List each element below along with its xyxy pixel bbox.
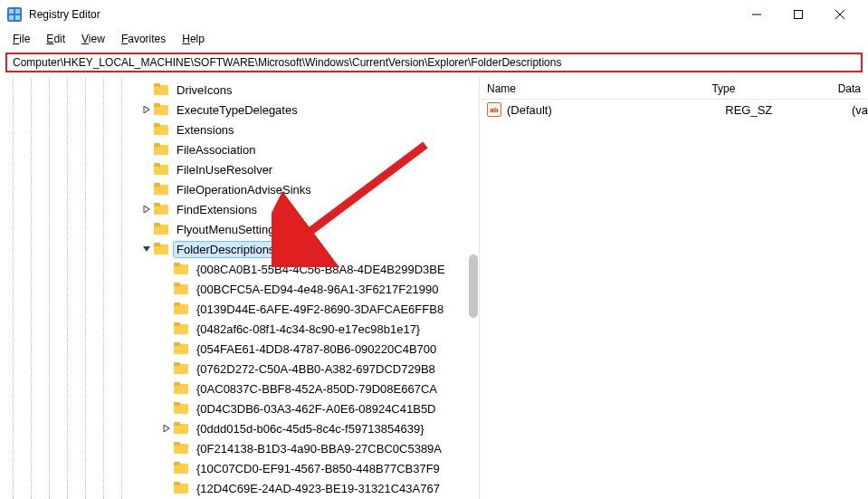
tree-item-label: {0139D44E-6AFE-49F2-8690-3DAFCAE6FFB8 [194,302,446,317]
expander-icon [159,361,174,376]
tree-item-label: {0482af6c-08f1-4c34-8c90-e17ec98b1e17} [194,321,423,337]
tree-item-child[interactable]: {10C07CD0-EF91-4567-B850-448B77CB37F9 [0,458,479,478]
folder-icon [174,342,188,355]
folder-icon [174,442,188,455]
expander-icon [139,122,154,137]
value-name: (Default) [507,103,718,117]
tree-item[interactable]: DriveIcons [0,80,479,100]
expander-icon [139,82,154,97]
tree-item[interactable]: FileOperationAdviseSinks [0,179,479,199]
folder-icon [154,203,168,216]
folder-icon [154,223,168,235]
tree-item[interactable]: ExecuteTypeDelegates [0,100,479,120]
tree-pane[interactable]: DriveIconsExecuteTypeDelegatesExtensions… [0,78,480,499]
expander-icon[interactable] [139,242,154,256]
value-type: REG_SZ [718,103,844,117]
address-input[interactable]: Computer\HKEY_LOCAL_MACHINE\SOFTWARE\Mic… [5,53,863,72]
folder-icon [174,482,188,494]
folder-icon [174,322,188,335]
menu-edit[interactable]: Edit [39,31,72,47]
tree-item-child[interactable]: {00BCFC5A-ED94-4e48-96A1-3F6217F21990 [0,279,479,299]
svg-rect-2 [15,9,20,14]
folder-icon [174,283,188,295]
folder-icon [174,362,188,375]
tree-item-child[interactable]: {0D4C3DB6-03A3-462F-A0E6-08924C41B5D [0,398,479,418]
expander-icon[interactable] [139,202,154,216]
tree-item[interactable]: FileInUseResolver [0,159,479,179]
svg-rect-1 [9,9,14,14]
tree-item-label: DriveIcons [174,82,234,98]
tree-item-label: {00BCFC5A-ED94-4e48-96A1-3F6217F21990 [194,282,441,297]
tree-item-label: FolderDescriptions [174,242,277,257]
tree-item-label: FileInUseResolver [174,162,275,178]
tree-item[interactable]: Extensions [0,120,479,139]
expander-icon [139,162,154,177]
value-row[interactable]: ab (Default) REG_SZ (va [480,100,868,120]
expander-icon [139,182,154,197]
tree-item-label: {12D4C69E-24AD-4923-BE19-31321C43A767 [194,481,443,496]
expander-icon [159,481,174,495]
svg-rect-6 [795,11,803,19]
column-type[interactable]: Type [704,79,830,99]
tree-item-label: FileOperationAdviseSinks [174,182,314,197]
value-data: (va [844,103,868,117]
tree-scrollbar-thumb[interactable] [469,254,478,318]
menu-favorites[interactable]: Favorites [114,31,173,47]
tree-item-label: {0ddd015d-b06c-45d5-8c4c-f59713854639} [194,421,427,437]
values-pane[interactable]: Name Type Data ab (Default) REG_SZ (va [480,78,868,499]
column-data[interactable]: Data [831,79,868,99]
tree-item-child[interactable]: {054FAE61-4DD8-4787-80B6-090220C4B700 [0,339,479,359]
tree-item-label: {008CA0B1-55B4-4C56-B8A8-4DE4B299D3BE [194,262,448,277]
tree-item-child[interactable]: {0762D272-C50A-4BB0-A382-697DCD729B8 [0,359,479,379]
folder-icon [154,183,168,196]
string-value-icon: ab [487,102,501,117]
tree-item-child[interactable]: {12D4C69E-24AD-4923-BE19-31321C43A767 [0,478,479,498]
folder-icon [174,302,188,315]
tree-item-label: {10C07CD0-EF91-4567-B850-448B77CB37F9 [194,461,443,476]
expander-icon [159,401,174,416]
tree-item-label: {0762D272-C50A-4BB0-A382-697DCD729B8 [194,361,438,377]
tree-item-label: {054FAE61-4DD8-4787-80B6-090220C4B700 [194,341,439,357]
tree-item[interactable]: FlyoutMenuSettings [0,219,479,239]
tree-item-label: {0AC0837C-BBF8-452A-850D-79D08E667CA [194,381,440,397]
tree-item-child[interactable]: {0ddd015d-b06c-45d5-8c4c-f59713854639} [0,418,479,438]
menu-view[interactable]: View [74,31,112,47]
menu-help[interactable]: Help [175,31,212,47]
folder-icon [154,123,168,136]
titlebar: Registry Editor [0,0,868,29]
expander-icon [159,282,174,296]
tree-item-label: FindExtensions [174,202,260,217]
tree-item-child[interactable]: {0482af6c-08f1-4c34-8c90-e17ec98b1e17} [0,319,479,339]
expander-icon [139,222,154,236]
folder-icon [154,83,168,96]
tree-item-child[interactable]: {0AC0837C-BBF8-452A-850D-79D08E667CA [0,379,479,398]
folder-icon [174,382,188,395]
tree-item-selected[interactable]: FolderDescriptions [0,239,479,259]
expander-icon [159,461,174,475]
addressbar-container: Computer\HKEY_LOCAL_MACHINE\SOFTWARE\Mic… [0,49,868,78]
expander-icon[interactable] [159,421,174,436]
tree-item-child[interactable]: {008CA0B1-55B4-4C56-B8A8-4DE4B299D3BE [0,259,479,279]
tree-item-label: FlyoutMenuSettings [174,222,283,237]
tree-item-child[interactable]: {0139D44E-6AFE-49F2-8690-3DAFCAE6FFB8 [0,299,479,319]
menubar: File Edit View Favorites Help [0,29,868,49]
close-button[interactable] [819,0,861,29]
tree-item[interactable]: FindExtensions [0,199,479,219]
column-name[interactable]: Name [480,79,704,99]
folder-icon [154,163,168,176]
menu-file[interactable]: File [5,31,37,47]
tree-item-label: FileAssociation [174,142,258,158]
expander-icon[interactable] [139,102,154,117]
tree-item[interactable]: FileAssociation [0,139,479,159]
folder-icon [154,103,168,116]
folder-icon [174,263,188,275]
column-headers: Name Type Data [480,78,868,100]
folder-icon [154,143,168,156]
minimize-button[interactable] [736,0,777,29]
expander-icon [159,381,174,396]
maximize-button[interactable] [777,0,819,29]
expander-icon [159,262,174,276]
svg-rect-4 [15,15,20,20]
expander-icon [159,302,174,316]
tree-item-child[interactable]: {0F214138-B1D3-4a90-BBA9-27CBC0C5389A [0,438,479,458]
